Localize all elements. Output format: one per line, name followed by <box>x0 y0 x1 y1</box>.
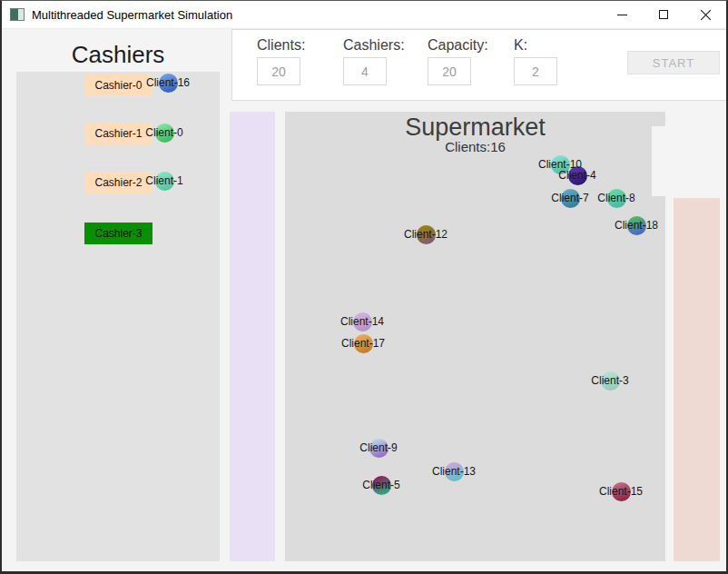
window-controls <box>601 1 726 28</box>
left-zone-strip <box>230 112 275 561</box>
minimize-button[interactable] <box>601 1 643 28</box>
supermarket-floor <box>285 112 665 561</box>
cashiers-panel-title: Cashiers <box>16 41 220 69</box>
k-input[interactable]: 2 <box>514 57 557 85</box>
clients-label: Clients: <box>257 37 305 54</box>
cashiers-label: Cashiers: <box>343 37 405 54</box>
maximize-button[interactable] <box>643 1 684 28</box>
right-zone-strip <box>674 198 720 561</box>
app-icon <box>10 8 25 21</box>
cashiers-panel <box>16 72 220 561</box>
titlebar: Multithreaded Supermarket Simulation <box>2 1 726 29</box>
start-button[interactable]: START <box>627 51 720 74</box>
clients-input[interactable]: 20 <box>257 57 300 85</box>
minimize-icon <box>617 15 627 15</box>
capacity-label: Capacity: <box>428 37 488 54</box>
supermarket-client-count: Clients:16 <box>285 139 665 154</box>
supermarket-title: Supermarket <box>285 114 665 142</box>
toolbar: Clients:20Cashiers:4Capacity:20K:2 START <box>231 29 728 101</box>
window-title: Multithreaded Supermarket Simulation <box>32 8 232 22</box>
close-button[interactable] <box>684 1 726 28</box>
k-label: K: <box>514 37 527 54</box>
cashiers-input[interactable]: 4 <box>343 57 387 85</box>
capacity-input[interactable]: 20 <box>428 57 471 85</box>
app-window: Multithreaded Supermarket Simulation Cas… <box>0 0 728 574</box>
close-icon <box>700 9 712 21</box>
maximize-icon <box>659 10 668 19</box>
